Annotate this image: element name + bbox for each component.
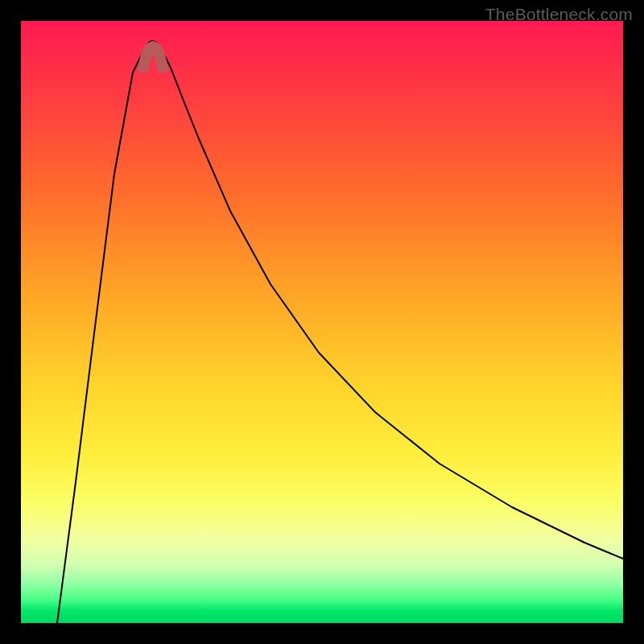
watermark-text: TheBottleneck.com — [485, 5, 633, 24]
bottleneck-curve — [57, 41, 623, 623]
optimum-marker — [143, 47, 163, 68]
plot-area — [21, 21, 623, 623]
chart-svg — [21, 21, 623, 623]
